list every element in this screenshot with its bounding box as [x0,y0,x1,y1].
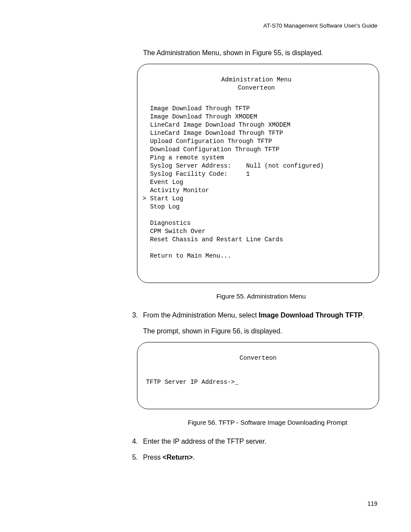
page-number: 119 [367,500,377,507]
menu-body: Image Download Through TFTP Image Downlo… [143,105,370,260]
step-3-body: From the Administration Menu, select Ima… [143,310,379,320]
step-5-bold: <Return> [162,454,193,461]
menu-title: Administration Menu [143,76,370,84]
figure-55-caption: Figure 55. Administration Menu [143,292,379,300]
menu-subtitle: Converteon [143,84,370,92]
step-3-pre: From the Administration Menu, select [143,311,259,319]
step-5-body: Press <Return>. [143,452,379,462]
step-4-body: Enter the IP address of the TFTP server. [143,436,379,446]
admin-menu-box: Administration MenuConverteon Image Down… [137,64,379,283]
step-5-pre: Press [143,454,162,461]
tftp-prompt-box: Converteon TFTP Server IP Address->_ [137,342,379,409]
step-5: 5. Press <Return>. [130,452,379,462]
step-4: 4. Enter the IP address of the TFTP serv… [130,436,379,446]
step-3-number: 3. [130,310,138,320]
step-3: 3. From the Administration Menu, select … [130,310,379,320]
page-content: The Administration Menu, shown in Figure… [143,48,379,468]
step-3-bold: Image Download Through TFTP [259,311,363,319]
prompt-title: Converteon [146,354,370,362]
prompt-body: TFTP Server IP Address->_ [146,378,370,386]
prompt-paragraph: The prompt, shown in Figure 56, is displ… [143,327,379,336]
step-5-post: . [193,454,195,461]
step-5-number: 5. [130,452,138,462]
step-4-number: 4. [130,436,138,446]
page-header: AT-S70 Management Software User's Guide [263,22,377,29]
intro-paragraph: The Administration Menu, shown in Figure… [143,48,379,58]
figure-56-caption: Figure 56. TFTP - Software Image Downloa… [156,419,379,426]
step-3-post: . [362,311,364,319]
